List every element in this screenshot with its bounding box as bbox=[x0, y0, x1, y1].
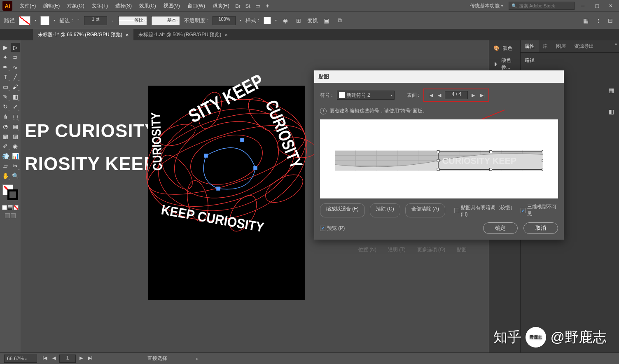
symbol-select[interactable]: 新建符号 2▾ bbox=[337, 91, 395, 100]
magic-wand-tool[interactable]: ✦ bbox=[1, 53, 10, 62]
recolor-icon[interactable]: ◉ bbox=[281, 16, 290, 25]
type-tool[interactable]: T▸ bbox=[1, 72, 10, 82]
panel-tab-layers[interactable]: 图层 bbox=[552, 40, 570, 52]
prev-artboard-button[interactable]: ◀ bbox=[50, 355, 58, 362]
shade-checkbox[interactable]: 贴图具有明暗调（较慢）(H) bbox=[454, 203, 516, 217]
document-tab-2[interactable]: 未标题-1.ai* @ 50% (RGB/GPU 预览)× bbox=[133, 29, 232, 40]
stroke-increase[interactable]: ⌄ bbox=[111, 19, 114, 22]
clear-all-button[interactable]: 全部清除 (A) bbox=[405, 203, 445, 217]
crop-icon[interactable]: ⧉ bbox=[335, 16, 344, 25]
eraser-tool[interactable]: ◧▸ bbox=[11, 92, 20, 101]
panel-tab-libraries[interactable]: 库 bbox=[539, 40, 552, 52]
settings-icon[interactable]: ⊟ bbox=[606, 16, 615, 25]
panel-tab-export[interactable]: 资源导出 bbox=[570, 40, 598, 52]
artboard-tool[interactable]: ▱ bbox=[1, 161, 10, 170]
window-close[interactable]: ✕ bbox=[605, 2, 617, 10]
menu-file[interactable]: 文件(F) bbox=[16, 1, 39, 11]
shape-builder-tool[interactable]: ◔▸ bbox=[1, 122, 10, 131]
panel-icon-2[interactable]: ◧ bbox=[607, 107, 616, 116]
shaper-tool[interactable]: ✎▸ bbox=[1, 92, 10, 101]
selection-tool[interactable]: ▶ bbox=[1, 43, 10, 52]
rotate-tool[interactable]: ↻▸ bbox=[1, 102, 10, 111]
last-surface-button[interactable]: ▶| bbox=[479, 91, 486, 99]
close-icon[interactable]: × bbox=[224, 32, 228, 38]
column-graph-tool[interactable]: 📊▸ bbox=[11, 152, 20, 161]
menu-view[interactable]: 视图(V) bbox=[160, 1, 183, 11]
window-maximize[interactable]: ▢ bbox=[591, 2, 603, 10]
window-minimize[interactable]: ─ bbox=[577, 2, 589, 10]
prev-surface-button[interactable]: ◀ bbox=[436, 91, 443, 99]
lasso-tool[interactable]: ⊃ bbox=[11, 53, 20, 62]
panel-tab-properties[interactable]: 属性 bbox=[521, 40, 539, 52]
isolate-icon[interactable]: ▣ bbox=[322, 16, 331, 25]
surface-input[interactable]: 4 / 4 bbox=[445, 91, 468, 99]
gradient-tool[interactable]: ▨ bbox=[11, 132, 20, 141]
stroke-weight-input[interactable]: 1 pt bbox=[84, 16, 107, 25]
transform-link[interactable]: 变换 bbox=[307, 17, 318, 24]
clear-button[interactable]: 清除 (C) bbox=[370, 203, 400, 217]
blend-tool[interactable]: ◉ bbox=[11, 142, 20, 151]
direct-selection-tool[interactable]: ▷ bbox=[11, 43, 20, 52]
menu-window[interactable]: 窗口(W) bbox=[184, 1, 208, 11]
scroll-indicator[interactable]: ▸ bbox=[196, 356, 199, 362]
artboard-input[interactable]: 1 bbox=[59, 355, 76, 363]
gpu-icon[interactable]: ✦ bbox=[263, 1, 272, 10]
close-icon[interactable]: × bbox=[126, 32, 129, 38]
pen-tool[interactable]: ✒▸ bbox=[1, 63, 10, 72]
search-stock[interactable]: 🔍搜索 Adobe Stock bbox=[509, 2, 575, 10]
essentials-icon[interactable]: ▦ bbox=[581, 16, 590, 25]
preview-checkbox[interactable]: ✔预览 (P) bbox=[320, 225, 345, 232]
opacity-input[interactable]: 100% bbox=[213, 16, 236, 25]
menu-object[interactable]: 对象(O) bbox=[64, 1, 87, 11]
curvature-tool[interactable]: ∿ bbox=[11, 63, 20, 72]
invisible-geometry-checkbox[interactable]: ✔三维模型不可见 bbox=[521, 203, 558, 217]
document-tab-1[interactable]: 未标题-1* @ 66.67% (RGB/GPU 预览)× bbox=[33, 29, 133, 40]
first-surface-button[interactable]: |◀ bbox=[427, 91, 434, 99]
stock-icon[interactable]: St bbox=[243, 1, 252, 10]
symbol-sprayer-tool[interactable]: 💨▸ bbox=[1, 152, 10, 161]
workspace-switcher[interactable]: 传统基本功能▾ bbox=[467, 2, 506, 10]
rectangle-tool[interactable]: ▭▸ bbox=[1, 82, 10, 91]
dock-color[interactable]: 🎨颜色 bbox=[489, 42, 520, 54]
panel-icon-1[interactable]: ▦ bbox=[607, 86, 616, 95]
menu-select[interactable]: 选择(S) bbox=[112, 1, 135, 11]
first-artboard-button[interactable]: |◀ bbox=[41, 355, 49, 362]
menu-type[interactable]: 文字(T) bbox=[89, 1, 111, 11]
screen-mode-switches[interactable] bbox=[1, 213, 20, 218]
arrange-icon[interactable]: ▭ bbox=[253, 1, 262, 10]
align-icon[interactable]: ⊞ bbox=[294, 16, 303, 25]
hand-tool[interactable]: ✋▸ bbox=[1, 171, 10, 180]
slice-tool[interactable]: ✂▸ bbox=[11, 161, 20, 170]
eyedropper-tool[interactable]: ✐▸ bbox=[1, 142, 10, 151]
scale-to-fit-button[interactable]: 缩放以适合 (F) bbox=[320, 203, 365, 217]
ok-button[interactable]: 确定 bbox=[483, 222, 518, 234]
menu-help[interactable]: 帮助(H) bbox=[209, 1, 233, 11]
collapse-icon[interactable]: » bbox=[615, 42, 617, 47]
color-mode-switches[interactable] bbox=[1, 205, 20, 210]
paintbrush-tool[interactable]: 🖌▸ bbox=[11, 82, 20, 91]
stroke-decrease[interactable]: ⌃ bbox=[77, 19, 80, 22]
fill-stroke-indicator[interactable] bbox=[2, 184, 18, 200]
menu-edit[interactable]: 编辑(E) bbox=[40, 1, 63, 11]
line-tool[interactable]: ╱▸ bbox=[11, 72, 20, 82]
fill-swatch[interactable] bbox=[19, 16, 30, 25]
menu-effect[interactable]: 效果(C) bbox=[136, 1, 159, 11]
zoom-select[interactable]: 66.67% ▾ bbox=[4, 355, 37, 363]
stroke-profile-select[interactable]: 等比 ▾ bbox=[118, 16, 147, 25]
bridge-icon[interactable]: Br bbox=[234, 1, 243, 10]
next-artboard-button[interactable]: ▶ bbox=[77, 355, 85, 362]
columns-icon[interactable]: ⫶ bbox=[593, 16, 603, 25]
zoom-tool[interactable]: 🔍 bbox=[11, 171, 20, 180]
map-preview[interactable]: CURIOSITY KEEP bbox=[320, 119, 558, 198]
perspective-grid-tool[interactable]: ▦▸ bbox=[11, 122, 20, 131]
free-transform-tool[interactable]: ⬚▸ bbox=[11, 112, 20, 121]
last-artboard-button[interactable]: ▶| bbox=[86, 355, 94, 362]
width-tool[interactable]: ⋔▸ bbox=[1, 112, 10, 121]
cancel-button[interactable]: 取消 bbox=[523, 222, 558, 234]
brush-select[interactable]: 基本 ▾ bbox=[151, 16, 180, 25]
scale-tool[interactable]: ⤢▸ bbox=[11, 102, 20, 111]
mesh-tool[interactable]: ▩ bbox=[1, 132, 10, 141]
stroke-swatch[interactable] bbox=[40, 16, 49, 25]
next-surface-button[interactable]: ▶ bbox=[470, 91, 477, 99]
style-swatch[interactable] bbox=[264, 17, 271, 24]
